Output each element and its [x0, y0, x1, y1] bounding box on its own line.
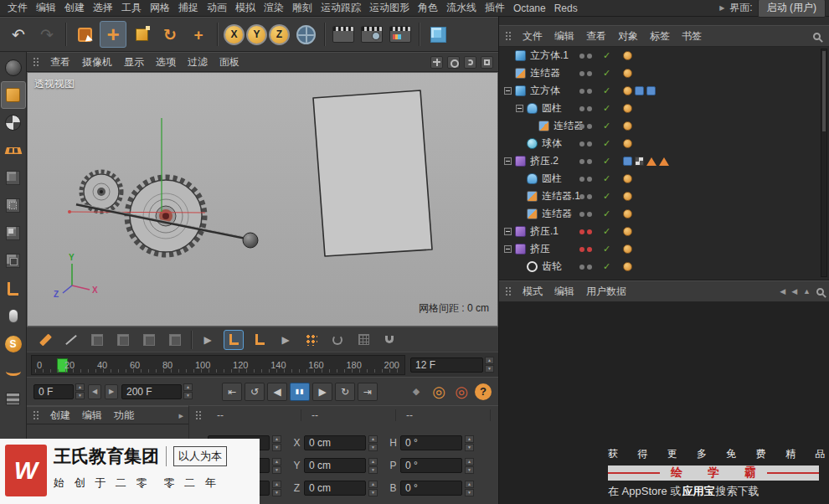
- tag-icons[interactable]: [623, 104, 632, 113]
- object-name[interactable]: 挤压.1: [530, 224, 559, 239]
- phong-tag-icon[interactable]: [623, 51, 632, 60]
- phong-tag-icon[interactable]: [623, 227, 632, 236]
- enable-check-icon[interactable]: ✓: [603, 103, 610, 114]
- search-icon[interactable]: [813, 33, 821, 40]
- viewport-menu-item[interactable]: 过滤: [182, 55, 214, 69]
- coord-value-field[interactable]: 0 °: [400, 458, 462, 473]
- menu-item[interactable]: 插件: [481, 1, 509, 15]
- menu-item[interactable]: 模拟: [231, 1, 260, 15]
- menu-item[interactable]: 创建: [60, 1, 89, 15]
- menu-item[interactable]: 捕捉: [174, 1, 203, 15]
- object-name[interactable]: 圆柱: [542, 101, 562, 116]
- plane-object[interactable]: [313, 90, 432, 256]
- history-back-icon[interactable]: ◀: [780, 287, 785, 296]
- viewport-menu-item[interactable]: 显示: [118, 55, 150, 69]
- checker-tag-icon[interactable]: [635, 157, 644, 166]
- enable-check-icon[interactable]: ✓: [603, 244, 610, 255]
- range-next-button[interactable]: ▶: [105, 384, 118, 399]
- visibility-dots[interactable]: [579, 194, 592, 199]
- connector-icon[interactable]: [527, 191, 538, 202]
- visibility-dots[interactable]: [579, 141, 592, 147]
- tag-icons[interactable]: [623, 139, 632, 148]
- panel-flyout-icon[interactable]: ▸: [178, 410, 183, 421]
- coord-stepper[interactable]: ▲▼: [368, 481, 378, 496]
- redo-button[interactable]: ↷: [33, 21, 60, 48]
- add-cube-button[interactable]: [425, 21, 451, 48]
- menu-item[interactable]: 流水线: [442, 1, 481, 15]
- model-mode-button[interactable]: [1, 81, 26, 109]
- points-mode-button[interactable]: [1, 164, 26, 192]
- menu-item[interactable]: Octane: [509, 3, 550, 14]
- object-row[interactable]: 球体✓: [499, 135, 829, 152]
- object-row[interactable]: 圆柱✓: [499, 100, 829, 117]
- menu-item[interactable]: Reds: [550, 3, 582, 14]
- cube-icon[interactable]: [515, 85, 526, 96]
- connector-icon[interactable]: [538, 121, 549, 131]
- knife-tool-button[interactable]: [61, 330, 81, 350]
- play-reverse-button[interactable]: ↺: [245, 383, 265, 401]
- visibility-dots[interactable]: [579, 177, 592, 182]
- coord-stepper[interactable]: ▲▼: [272, 481, 281, 496]
- end-frame-field[interactable]: 200 F: [121, 384, 182, 399]
- triangle-tag-icon[interactable]: [646, 157, 657, 166]
- timeline-ruler[interactable]: 020406080100120140160180200: [31, 355, 405, 375]
- magnet-button[interactable]: [379, 330, 399, 350]
- enable-check-icon[interactable]: ✓: [603, 226, 610, 237]
- render-picture-viewer-button[interactable]: [358, 21, 385, 48]
- scrollbar-thumb[interactable]: [822, 51, 826, 131]
- cylinder-icon[interactable]: [527, 103, 538, 114]
- gear-spline-icon[interactable]: [527, 261, 538, 272]
- phong-tag-icon[interactable]: [623, 104, 632, 113]
- enable-check-icon[interactable]: ✓: [603, 208, 610, 219]
- coord-value-field[interactable]: 0 °: [400, 481, 462, 496]
- menu-item[interactable]: 角色: [414, 1, 442, 15]
- drag-handle-icon[interactable]: [505, 286, 512, 297]
- object-row[interactable]: 立方体.1✓: [499, 47, 829, 64]
- object-manager-menu-item[interactable]: 对象: [612, 29, 644, 44]
- tag-icons[interactable]: [623, 121, 632, 131]
- expander-icon[interactable]: [504, 157, 512, 165]
- spline-tool-button[interactable]: [1, 275, 26, 302]
- start-frame-field[interactable]: 0 F: [33, 384, 74, 399]
- bottom-menu-item[interactable]: 创建: [44, 409, 76, 423]
- coord-stepper[interactable]: ▲▼: [465, 458, 474, 474]
- enable-check-icon[interactable]: ✓: [603, 138, 610, 149]
- blue-tag-icon[interactable]: [623, 157, 632, 166]
- keyframe-button[interactable]: ◆: [407, 383, 425, 401]
- object-manager-menu-item[interactable]: 编辑: [548, 29, 580, 44]
- expander-icon[interactable]: [504, 245, 512, 253]
- visibility-dots[interactable]: [579, 159, 592, 164]
- coord-value-field[interactable]: 0 cm: [304, 435, 366, 450]
- visibility-dots[interactable]: [579, 106, 592, 111]
- object-manager-menu-item[interactable]: 标签: [644, 29, 676, 44]
- range-prev-button[interactable]: ◀: [88, 384, 101, 399]
- tag-icons[interactable]: [623, 157, 669, 166]
- view-label[interactable]: 透视视图: [34, 77, 75, 91]
- mouse-input-button[interactable]: [1, 302, 26, 330]
- sphere-icon[interactable]: [527, 138, 538, 149]
- active-snap-button[interactable]: [224, 330, 244, 350]
- phong-tag-icon[interactable]: [623, 139, 632, 148]
- render-settings-button[interactable]: [387, 21, 414, 48]
- phong-tag-icon[interactable]: [623, 174, 632, 183]
- render-view-button[interactable]: [330, 21, 357, 48]
- expander-icon[interactable]: [504, 228, 512, 235]
- layers-button[interactable]: [1, 385, 26, 413]
- object-name[interactable]: 连结器: [530, 66, 560, 80]
- enable-check-icon[interactable]: ✓: [603, 121, 610, 131]
- brush-tool-button[interactable]: [35, 330, 55, 350]
- coordinate-mode-dropdown[interactable]: --: [207, 409, 301, 421]
- zoom-view-icon[interactable]: [447, 56, 460, 69]
- edges-mode-button[interactable]: [1, 192, 26, 219]
- axis-lock-button[interactable]: X: [224, 24, 245, 45]
- enable-check-icon[interactable]: ✓: [603, 173, 610, 184]
- menu-item[interactable]: 运动图形: [365, 1, 414, 15]
- enable-check-icon[interactable]: ✓: [603, 156, 610, 167]
- object-name[interactable]: 挤压: [530, 242, 550, 256]
- drag-handle-icon[interactable]: [195, 410, 203, 421]
- object-name[interactable]: 齿轮: [542, 260, 562, 274]
- enable-check-icon[interactable]: ✓: [603, 68, 610, 79]
- tag-icons[interactable]: [623, 69, 632, 78]
- start-frame-stepper[interactable]: ▲▼: [75, 383, 85, 399]
- visibility-dots[interactable]: [579, 212, 592, 217]
